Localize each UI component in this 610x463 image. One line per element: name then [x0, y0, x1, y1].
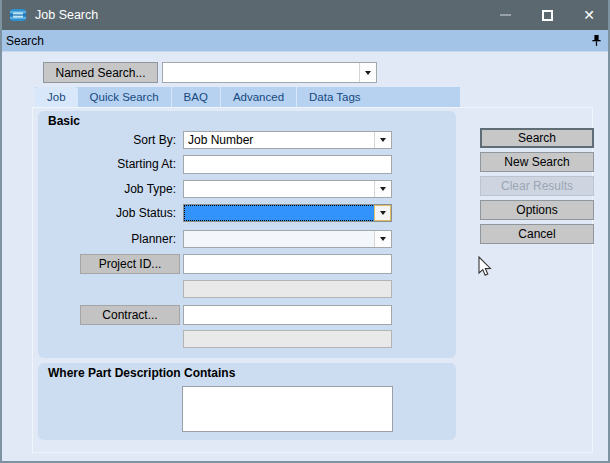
- part-description-group-title: Where Part Description Contains: [48, 366, 235, 380]
- mouse-cursor: [477, 256, 493, 278]
- project-id-description-field: [183, 280, 392, 298]
- job-type-combo[interactable]: [183, 180, 392, 198]
- job-status-label: Job Status:: [38, 204, 180, 222]
- sort-by-label: Sort By:: [38, 131, 180, 149]
- chevron-down-icon: [380, 237, 386, 241]
- planner-combo[interactable]: [183, 230, 392, 248]
- planner-value: [188, 231, 373, 247]
- planner-dropdown-button[interactable]: [374, 231, 391, 247]
- named-search-combo-value: [167, 63, 358, 82]
- starting-at-label: Starting At:: [38, 155, 180, 173]
- starting-at-input[interactable]: [183, 155, 392, 174]
- job-type-label: Job Type:: [38, 180, 180, 198]
- part-description-textarea[interactable]: [182, 386, 393, 432]
- maximize-button[interactable]: [526, 0, 568, 30]
- contract-input[interactable]: [183, 305, 392, 325]
- job-status-combo[interactable]: [183, 204, 392, 222]
- job-status-value: [188, 205, 373, 221]
- options-button[interactable]: Options: [480, 200, 594, 220]
- minimize-icon: [500, 14, 511, 16]
- chevron-down-icon: [365, 71, 371, 75]
- tab-data-tags[interactable]: Data Tags: [296, 87, 373, 107]
- search-panel-header: Search: [0, 30, 610, 52]
- chevron-down-icon: [380, 187, 386, 191]
- sort-by-value: Job Number: [188, 132, 373, 148]
- app-icon: [9, 8, 27, 22]
- named-search-button[interactable]: Named Search...: [43, 62, 158, 83]
- tab-job[interactable]: Job: [35, 87, 78, 107]
- chevron-down-icon: [380, 211, 386, 215]
- named-search-combo[interactable]: [162, 62, 377, 83]
- job-search-window: Job Search ✕ Search Named Search... Job …: [0, 0, 610, 463]
- contract-description-field: [183, 330, 392, 348]
- close-button[interactable]: ✕: [568, 0, 610, 30]
- window-title: Job Search: [35, 8, 98, 22]
- window-controls: ✕: [484, 0, 610, 30]
- close-icon: ✕: [583, 8, 595, 22]
- clear-results-button: Clear Results: [480, 176, 594, 196]
- contract-button[interactable]: Contract...: [80, 305, 180, 325]
- job-type-value: [188, 181, 373, 197]
- sort-by-dropdown-button[interactable]: [374, 132, 391, 148]
- named-search-dropdown-button[interactable]: [359, 63, 376, 82]
- project-id-input[interactable]: [183, 254, 392, 274]
- search-button[interactable]: Search: [480, 128, 594, 148]
- project-id-button[interactable]: Project ID...: [80, 254, 180, 274]
- planner-label: Planner:: [38, 230, 180, 248]
- basic-group-title: Basic: [48, 114, 80, 128]
- job-type-dropdown-button[interactable]: [374, 181, 391, 197]
- basic-group: Basic Sort By: Job Number Starting At: J…: [38, 111, 456, 358]
- tab-advanced[interactable]: Advanced: [220, 87, 296, 107]
- cancel-button[interactable]: Cancel: [480, 224, 594, 244]
- tab-strip: Job Quick Search BAQ Advanced Data Tags: [35, 87, 460, 107]
- job-status-dropdown-button[interactable]: [374, 205, 391, 221]
- maximize-icon: [542, 10, 553, 21]
- part-description-group: Where Part Description Contains: [38, 363, 456, 440]
- panel-header-label: Search: [6, 34, 591, 48]
- search-content: Named Search... Job Quick Search BAQ Adv…: [0, 52, 610, 461]
- chevron-down-icon: [380, 138, 386, 142]
- tab-quick-search[interactable]: Quick Search: [78, 87, 171, 107]
- pin-icon[interactable]: [591, 34, 602, 48]
- sort-by-combo[interactable]: Job Number: [183, 131, 392, 149]
- tab-baq[interactable]: BAQ: [171, 87, 220, 107]
- minimize-button[interactable]: [484, 0, 526, 30]
- new-search-button[interactable]: New Search: [480, 152, 594, 172]
- title-bar: Job Search ✕: [0, 0, 610, 30]
